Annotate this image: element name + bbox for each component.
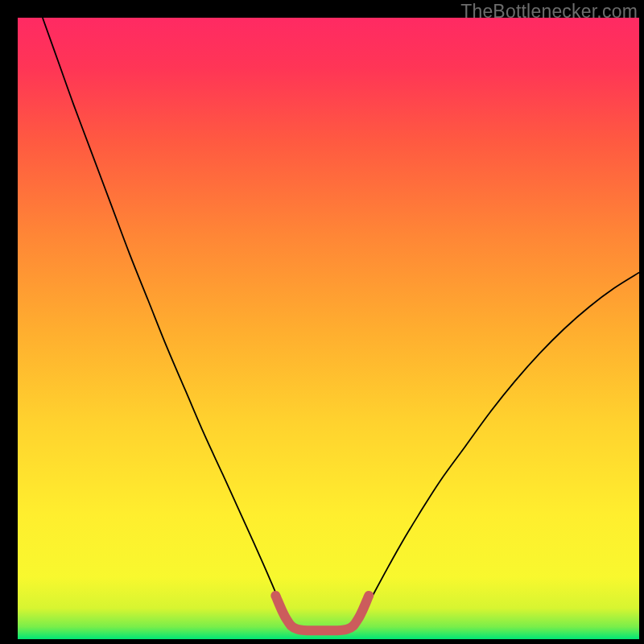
plot-area xyxy=(18,18,639,639)
chart-frame: TheBottlenecker.com xyxy=(0,0,644,644)
chart-svg xyxy=(18,18,639,639)
watermark-label: TheBottlenecker.com xyxy=(460,1,638,23)
gradient-background xyxy=(18,18,639,639)
